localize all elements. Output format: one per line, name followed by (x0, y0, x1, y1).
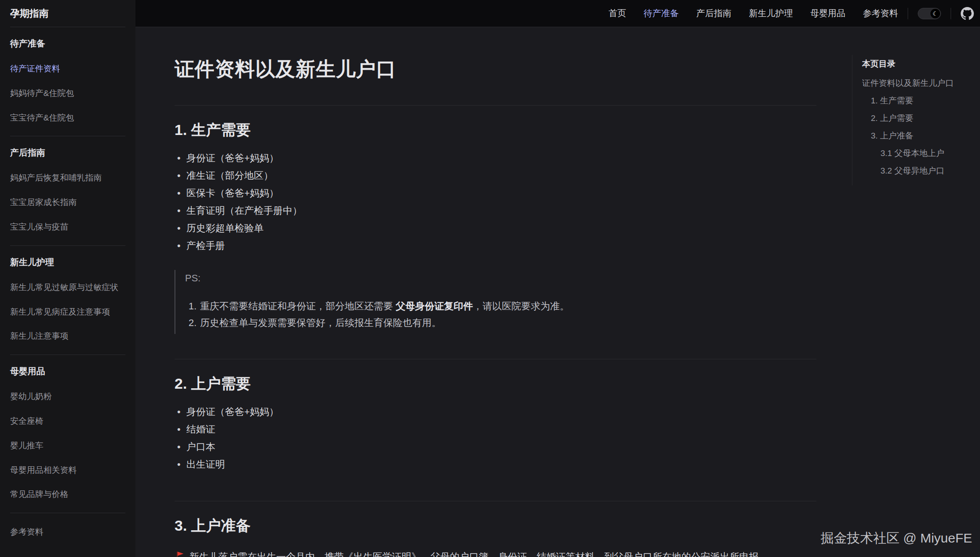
nav-divider (951, 8, 951, 19)
list-item: 准生证（部分地区） (175, 169, 816, 187)
list-item: 历史彩超单检验单 (175, 222, 816, 239)
moon-icon: ☾ (930, 9, 940, 18)
sidebar-item-products-info[interactable]: 母婴用品相关资料 (10, 465, 125, 475)
sidebar-item-prenatal-documents[interactable]: 待产证件资料 (10, 64, 125, 74)
toc-link-section-2[interactable]: 2. 上户需要 (862, 114, 977, 122)
sidebar-group-prenatal: 待产准备 待产证件资料 妈妈待产&住院包 宝宝待产&住院包 (10, 27, 125, 136)
sidebar-group-header: 母婴用品 (10, 365, 125, 377)
sidebar-item-baby-hospital-bag[interactable]: 宝宝待产&住院包 (10, 113, 125, 123)
nav-link-home[interactable]: 首页 (609, 7, 626, 19)
dark-mode-toggle[interactable]: ☾ (918, 8, 941, 19)
ps-note-blockquote: PS: 1.重庆不需要结婚证和身份证，部分地区还需要 父母身份证复印件，请以医院… (175, 270, 816, 334)
github-icon[interactable] (961, 7, 974, 20)
section-heading-1: 1. 生产需要 (175, 106, 816, 140)
section-heading-2: 2. 上户需要 (175, 359, 816, 394)
nav-link-baby-products[interactable]: 母婴用品 (810, 7, 845, 19)
ps-label: PS: (185, 272, 816, 285)
ps-item-number: 1. (189, 301, 196, 312)
list-item: 身份证（爸爸+妈妈） (175, 405, 816, 423)
sidebar-item-newborn-illness[interactable]: 新生儿常见病症及注意事项 (10, 307, 125, 317)
toc-link-section-1[interactable]: 1. 生产需要 (862, 96, 977, 105)
household-registration-list: 身份证（爸爸+妈妈） 结婚证 户口本 出生证明 (175, 405, 816, 475)
ps-item-text: ，请以医院要求为准。 (473, 301, 569, 312)
sidebar-item-references[interactable]: 参考资料 (10, 527, 125, 537)
toc-link-section-3-1[interactable]: 3.1 父母本地上户 (862, 149, 977, 157)
sidebar-item-newborn-allergy[interactable]: 新生儿常见过敏原与过敏症状 (10, 283, 125, 293)
ps-item-text: 重庆不需要结婚证和身份证，部分地区还需要 (200, 301, 396, 312)
ps-item: 1.重庆不需要结婚证和身份证，部分地区还需要 父母身份证复印件，请以医院要求为准… (185, 298, 816, 315)
page-title: 证件资料以及新生儿户口 (175, 56, 816, 82)
sidebar-group-baby-products: 母婴用品 婴幼儿奶粉 安全座椅 婴儿推车 母婴用品相关资料 常见品牌与价格 (10, 355, 125, 513)
sidebar-item-newborn-notes[interactable]: 新生儿注意事项 (10, 331, 125, 341)
registration-notice: 新生儿落户需在出生一个月内，携带《出生医学证明》、父母的户口簿、身份证、结婚证等… (175, 549, 816, 557)
sidebar-item-milk-powder[interactable]: 婴幼儿奶粉 (10, 392, 125, 402)
outline-title: 本页目录 (862, 58, 977, 70)
ps-item: 2.历史检查单与发票需要保管好，后续报生育保险也有用。 (185, 315, 816, 331)
list-item: 生育证明（在产检手册中） (175, 204, 816, 222)
sidebar-group-header: 新生儿护理 (10, 256, 125, 268)
toc-link-section-3[interactable]: 3. 上户准备 (862, 131, 977, 140)
sidebar-group-newborn-care: 新生儿护理 新生儿常见过敏原与过敏症状 新生儿常见病症及注意事项 新生儿注意事项 (10, 246, 125, 355)
list-item: 户口本 (175, 440, 816, 458)
sidebar-group-postpartum: 产后指南 妈妈产后恢复和哺乳指南 宝宝居家成长指南 宝宝儿保与疫苗 (10, 136, 125, 245)
sidebar: 孕期指南 待产准备 待产证件资料 妈妈待产&住院包 宝宝待产&住院包 产后指南 … (0, 0, 135, 557)
list-item: 医保卡（爸爸+妈妈） (175, 187, 816, 204)
nav-link-postpartum[interactable]: 产后指南 (696, 7, 731, 19)
sidebar-group-header: 产后指南 (10, 147, 125, 159)
sidebar-item-stroller[interactable]: 婴儿推车 (10, 441, 125, 451)
sidebar-item-baby-vaccine[interactable]: 宝宝儿保与疫苗 (10, 222, 125, 232)
nav-divider (908, 8, 908, 19)
sidebar-item-mom-hospital-bag[interactable]: 妈妈待产&住院包 (10, 89, 125, 99)
ps-item-bold-text: 父母身份证复印件 (396, 301, 473, 312)
list-item: 产检手册 (175, 239, 816, 257)
page-outline: 本页目录 证件资料以及新生儿户口 1. 生产需要 2. 上户需要 3. 上户准备… (852, 55, 977, 185)
sidebar-group-header: 待产准备 (10, 38, 125, 50)
list-item: 身份证（爸爸+妈妈） (175, 152, 816, 169)
github-logo-svg (961, 7, 974, 20)
top-navbar: 首页 待产准备 产后指南 新生儿护理 母婴用品 参考资料 ☾ (135, 0, 980, 27)
notice-line-1: 新生儿落户需在出生一个月内，携带《出生医学证明》、父母的户口簿、身份证、结婚证等… (189, 551, 768, 557)
birth-needs-list: 身份证（爸爸+妈妈） 准生证（部分地区） 医保卡（爸爸+妈妈） 生育证明（在产检… (175, 152, 816, 257)
section-heading-3: 3. 上户准备 (175, 501, 816, 536)
sidebar-item-baby-growth[interactable]: 宝宝居家成长指南 (10, 198, 125, 208)
site-title: 孕期指南 (10, 0, 125, 27)
nav-link-newborn-care[interactable]: 新生儿护理 (749, 7, 793, 19)
list-item: 结婚证 (175, 423, 816, 440)
toc-link-section-3-2[interactable]: 3.2 父母异地户口 (862, 167, 977, 175)
sidebar-item-safety-seat[interactable]: 安全座椅 (10, 416, 125, 426)
sidebar-group-references: 参考资料 (10, 513, 125, 550)
red-flag-icon (175, 550, 186, 557)
ps-item-text: 历史检查单与发票需要保管好，后续报生育保险也有用。 (200, 317, 441, 328)
sidebar-item-mom-recovery[interactable]: 妈妈产后恢复和哺乳指南 (10, 173, 125, 183)
sidebar-item-brands-prices[interactable]: 常见品牌与价格 (10, 490, 125, 500)
ps-item-number: 2. (189, 317, 196, 328)
nav-link-references[interactable]: 参考资料 (863, 7, 898, 19)
ps-ordered-list: 1.重庆不需要结婚证和身份证，部分地区还需要 父母身份证复印件，请以医院要求为准… (185, 298, 816, 331)
list-item: 出生证明 (175, 458, 816, 475)
watermark: 掘金技术社区 @ MiyueFE (821, 529, 972, 547)
nav-link-prenatal[interactable]: 待产准备 (644, 7, 679, 19)
toc-link-page[interactable]: 证件资料以及新生儿户口 (862, 79, 977, 87)
